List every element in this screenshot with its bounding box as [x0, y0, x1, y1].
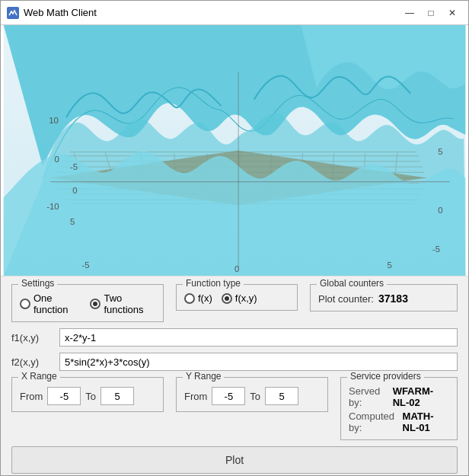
minimize-button[interactable]: — — [400, 5, 420, 21]
app-icon — [7, 7, 19, 19]
global-counters-label: Global counters — [317, 278, 387, 289]
service-label: Service providers — [347, 371, 424, 382]
svg-text:-10: -10 — [46, 202, 59, 211]
graph-area: -5 0 5 5 0 -5 -5 0 5 10 0 -10 — [1, 25, 468, 276]
x-from-label: From — [20, 391, 43, 402]
svg-text:-5: -5 — [432, 244, 440, 254]
maximize-button[interactable]: □ — [421, 5, 441, 21]
plot-counter-label: Plot counter: — [318, 293, 374, 305]
f2-input[interactable] — [59, 353, 458, 371]
served-by-value: WFARM-NL-02 — [393, 385, 449, 408]
served-by-row: Served by: WFARM-NL-02 — [349, 385, 449, 408]
svg-text:0: 0 — [234, 264, 239, 273]
controls-area: Settings One function Two functions Func… — [1, 276, 468, 476]
function-type-group: Function type f(x) f(x,y) — [176, 284, 298, 311]
one-function-radio[interactable] — [20, 299, 30, 309]
service-group: Service providers Served by: WFARM-NL-02… — [340, 377, 458, 440]
two-functions-option[interactable]: Two functions — [90, 292, 155, 315]
svg-text:0: 0 — [438, 206, 442, 215]
svg-text:-5: -5 — [82, 260, 90, 270]
f2-row: f2(x,y) — [11, 353, 458, 371]
y-to-input[interactable] — [265, 387, 298, 405]
fxy-label: f(x,y) — [235, 292, 257, 304]
window-title: Web Math Client — [24, 7, 400, 18]
two-functions-radio[interactable] — [90, 299, 100, 309]
y-range-label: Y Range — [183, 371, 224, 382]
settings-group: Settings One function Two functions — [11, 284, 164, 322]
two-functions-label: Two functions — [104, 292, 155, 315]
main-window: Web Math Client — □ ✕ — [0, 0, 469, 476]
window-controls: — □ ✕ — [400, 5, 462, 21]
one-function-label: One function — [34, 292, 81, 315]
x-to-input[interactable] — [100, 387, 134, 405]
f2-label: f2(x,y) — [11, 356, 53, 368]
svg-text:-5: -5 — [70, 162, 78, 171]
one-function-option[interactable]: One function — [20, 292, 81, 315]
f1-row: f1(x,y) — [11, 328, 458, 347]
x-from-input[interactable] — [47, 387, 81, 405]
svg-text:5: 5 — [438, 147, 442, 156]
y-from-input[interactable] — [212, 387, 245, 405]
service-inner: Served by: WFARM-NL-02 Computed by: MATH… — [349, 385, 449, 433]
f1-label: f1(x,y) — [11, 332, 53, 343]
settings-row: Settings One function Two functions Func… — [11, 284, 458, 322]
x-to-label: To — [85, 391, 96, 402]
close-button[interactable]: ✕ — [442, 5, 462, 21]
settings-label: Settings — [18, 278, 57, 289]
plot-counter-row: Plot counter: 37183 — [318, 292, 449, 305]
f1-input[interactable] — [59, 328, 458, 347]
served-by-label: Served by: — [349, 385, 388, 408]
fx-option[interactable]: f(x) — [184, 292, 212, 304]
svg-text:0: 0 — [55, 155, 59, 164]
svg-text:5: 5 — [70, 217, 75, 226]
ranges-row: X Range From To Y Range From To Se — [11, 377, 458, 440]
x-range-label: X Range — [18, 371, 60, 382]
y-range-inner: From To — [184, 387, 320, 405]
svg-text:5: 5 — [387, 260, 391, 270]
y-to-label: To — [250, 391, 260, 402]
title-bar: Web Math Client — □ ✕ — [1, 1, 468, 25]
global-counters-group: Global counters Plot counter: 37183 — [310, 284, 458, 311]
fxy-radio[interactable] — [222, 293, 232, 304]
plot-button[interactable]: Plot — [11, 446, 458, 474]
computed-by-value: MATH-NL-01 — [403, 411, 449, 433]
fx-radio[interactable] — [184, 293, 195, 304]
x-range-inner: From To — [20, 387, 155, 405]
svg-text:10: 10 — [49, 116, 59, 125]
fx-label: f(x) — [198, 292, 212, 304]
fxy-option[interactable]: f(x,y) — [222, 292, 257, 304]
computed-by-row: Computed by: MATH-NL-01 — [349, 411, 449, 433]
function-type-radio-row: f(x) f(x,y) — [184, 292, 289, 304]
y-range-group: Y Range From To — [176, 377, 328, 412]
function-type-label: Function type — [183, 278, 244, 289]
svg-text:0: 0 — [72, 186, 77, 195]
plot-counter-value: 37183 — [378, 292, 408, 305]
computed-by-label: Computed by: — [349, 411, 398, 433]
settings-radio-row: One function Two functions — [20, 292, 155, 315]
x-range-group: X Range From To — [11, 377, 164, 412]
y-from-label: From — [184, 391, 207, 402]
